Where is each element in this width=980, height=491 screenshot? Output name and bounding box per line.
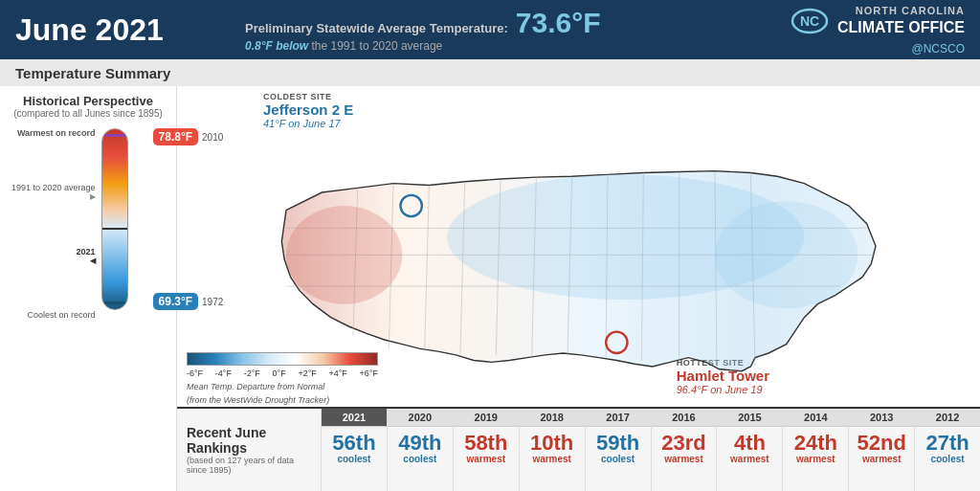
rank-number-2014: 24th	[794, 427, 837, 454]
logo-line1: NORTH CAROLINA	[837, 4, 965, 17]
legend-label-0: -6°F	[187, 368, 203, 378]
rank-year-2015: 2015	[717, 409, 782, 427]
rank-col-2017: 201759thcoolest	[585, 409, 651, 491]
rank-col-2012: 201227thcoolest	[914, 409, 980, 491]
rank-year-2012: 2012	[915, 409, 980, 427]
rank-type-2014: warmest	[796, 454, 835, 464]
rank-number-2016: 23rd	[661, 427, 705, 454]
coldest-site-name: Jefferson 2 E	[263, 101, 353, 118]
avg-temp-row: Preliminary Statewide Average Temperatur…	[245, 7, 601, 39]
page-title: June 2021	[15, 12, 207, 48]
rank-col-2013: 201352ndwarmest	[848, 409, 914, 491]
legend-label-2: -2°F	[244, 368, 260, 378]
rank-type-2020: coolest	[403, 454, 436, 464]
thermo-left-labels: Warmest on record 1991 to 2020 average ▶…	[10, 128, 98, 320]
coldest-site-label: COLDEST SITE	[263, 92, 353, 101]
twitter-handle[interactable]: @NCSCO	[911, 42, 965, 56]
left-panel: Historical Perspective (compared to all …	[0, 86, 177, 491]
legend-label-5: +4°F	[328, 368, 346, 378]
rank-col-2018: 201810thwarmest	[519, 409, 585, 491]
rank-type-2013: warmest	[862, 454, 902, 464]
avg-label: 1991 to 2020 average ▶	[11, 183, 96, 201]
warm-region-west	[286, 206, 402, 304]
rank-col-2019: 201958thwarmest	[453, 409, 519, 491]
rank-year-2018: 2018	[520, 409, 585, 427]
rankings-label: Recent June Rankings (based on 127 years…	[177, 409, 321, 491]
rank-number-2020: 49th	[398, 427, 441, 454]
rank-col-2016: 201623rdwarmest	[651, 409, 717, 491]
main-content: Historical Perspective (compared to all …	[0, 86, 980, 491]
legend-caption-1: Mean Temp. Departure from Normal	[187, 382, 378, 391]
rank-number-2013: 52nd	[858, 427, 906, 454]
legend-caption-2: (from the WestWide Drought Tracker)	[187, 395, 378, 405]
year-2021-label: 2021 ◀	[11, 247, 96, 265]
rank-number-2019: 58th	[464, 427, 507, 454]
hist-subtitle: (compared to all Junes since 1895)	[10, 108, 167, 119]
svg-text:NC: NC	[800, 13, 819, 29]
nc-logo-icon: NC	[790, 6, 830, 36]
rank-year-2013: 2013	[849, 409, 914, 427]
warmest-on-record-label: Warmest on record	[11, 128, 96, 138]
legend-labels: -6°F -4°F -2°F 0°F +2°F +4°F +6°F	[187, 368, 378, 378]
rank-year-2017: 2017	[586, 409, 651, 427]
sub-header: Temperature Summary	[0, 59, 980, 86]
subheader-title: Temperature Summary	[15, 65, 170, 81]
rank-type-2012: coolest	[931, 454, 965, 464]
avg-temp-sub: 0.8°F below the 1991 to 2020 average	[245, 39, 442, 53]
rankings-section: Recent June Rankings (based on 127 years…	[177, 407, 980, 491]
rank-year-2016: 2016	[652, 409, 717, 427]
below-label: 0.8°F below	[245, 39, 308, 53]
legend-label-4: +2°F	[298, 368, 316, 378]
rank-type-2015: warmest	[730, 454, 769, 464]
legend-label-3: 0°F	[273, 368, 286, 378]
rank-number-2018: 10th	[530, 427, 573, 454]
rank-number-2015: 4th	[734, 427, 766, 454]
rankings-table: 202156thcoolest202049thcoolest201958thwa…	[321, 409, 980, 491]
rank-number-2012: 27th	[925, 427, 969, 454]
rank-type-2021: coolest	[337, 454, 370, 464]
coldest-site: COLDEST SITE Jefferson 2 E 41°F on June …	[263, 92, 353, 129]
rankings-sub: (based on 127 years of data since 1895)	[187, 456, 311, 475]
avg-temp-label: Preliminary Statewide Average Temperatur…	[245, 21, 508, 35]
logo-line2: CLIMATE OFFICE	[837, 18, 965, 38]
coldest-site-temp: 41°F on June 17	[263, 118, 353, 129]
rank-type-2019: warmest	[466, 454, 505, 464]
header: June 2021 Preliminary Statewide Average …	[0, 0, 980, 59]
legend-area: -6°F -4°F -2°F 0°F +2°F +4°F +6°F Mean T…	[187, 351, 378, 405]
rank-number-2021: 56th	[332, 427, 375, 454]
avg-temp-value: 73.6°F	[516, 7, 601, 39]
rank-year-2019: 2019	[454, 409, 519, 427]
hist-title: Historical Perspective	[10, 94, 167, 108]
rank-col-2015: 20154thwarmest	[716, 409, 782, 491]
right-panel: COLDEST SITE Jefferson 2 E 41°F on June …	[177, 86, 980, 491]
rank-type-2017: coolest	[601, 454, 635, 464]
avg-period: the 1991 to 2020 average	[312, 39, 443, 53]
rank-year-2021: 2021	[322, 409, 387, 427]
rankings-title: Recent June Rankings	[187, 425, 311, 456]
header-logo: NC NORTH CAROLINA CLIMATE OFFICE @NCSCO	[790, 4, 965, 55]
rank-year-2014: 2014	[783, 409, 848, 427]
header-center: Preliminary Statewide Average Temperatur…	[226, 7, 790, 53]
legend-label-6: +6°F	[360, 368, 378, 378]
logo-row: NC NORTH CAROLINA CLIMATE OFFICE	[790, 4, 965, 37]
legend-bar	[187, 351, 378, 367]
rank-type-2016: warmest	[664, 454, 703, 464]
cool-region-east	[715, 201, 858, 308]
thermo-gradient-bar	[101, 128, 128, 310]
rank-type-2018: warmest	[532, 454, 571, 464]
legend-label-1: -4°F	[215, 368, 232, 378]
thermometer-section: Warmest on record 1991 to 2020 average ▶…	[10, 124, 167, 483]
rank-col-2020: 202049thcoolest	[387, 409, 453, 491]
rank-col-2021: 202156thcoolest	[321, 409, 387, 491]
rank-number-2017: 59th	[596, 427, 639, 454]
rank-year-2020: 2020	[388, 409, 453, 427]
coolest-on-record-label: Coolest on record	[11, 310, 96, 320]
logo-text: NORTH CAROLINA CLIMATE OFFICE	[837, 4, 965, 37]
thermometer-bar: 78.8°F 2010 69.3°F 1972	[101, 128, 149, 310]
legend-gradient	[187, 352, 378, 366]
rank-col-2014: 201424thwarmest	[782, 409, 848, 491]
